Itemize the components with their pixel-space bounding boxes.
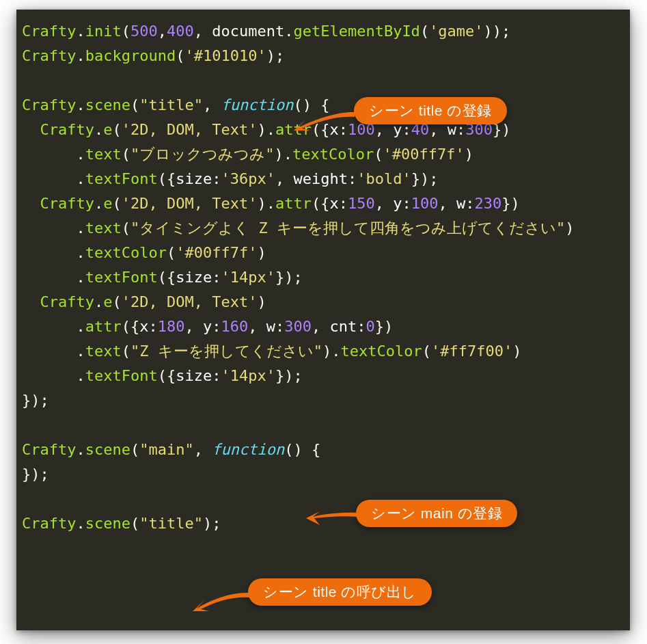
code-line: .attr({x:180, y:160, w:300, cnt:0}) — [22, 318, 393, 335]
code-line: .text("タイミングよく Z キーを押して四角をつみ上げてください") — [22, 219, 574, 237]
code-frame: Crafty.init(500,400, document.getElement… — [16, 10, 630, 630]
callout-label: シーン main の登録 — [371, 505, 502, 521]
callout-label: シーン title の呼び出し — [263, 584, 417, 600]
code-line: }); — [22, 392, 49, 409]
code-line: .text("Z キーを押してください").textColor('#ff7f00… — [22, 343, 521, 360]
arrow-icon — [189, 591, 253, 618]
code-line: Crafty.scene("title"); — [22, 515, 221, 532]
code-line: Crafty.init(500,400, document.getElement… — [22, 23, 510, 40]
callout-scene-title-invoke: シーン title の呼び出し — [248, 578, 432, 606]
callout-label: シーン title の登録 — [369, 103, 492, 118]
code-line: }); — [22, 466, 49, 483]
code-block: Crafty.init(500,400, document.getElement… — [16, 10, 630, 546]
code-line: .textFont({size:'14px'}); — [22, 367, 303, 384]
code-line: Crafty.e('2D, DOM, Text').attr({x:150, y… — [22, 195, 520, 212]
code-line: Crafty.scene("main", function() { — [22, 441, 320, 458]
code-line: .text("ブロックつみつみ").textColor('#00ff7f') — [22, 146, 473, 163]
arrow-icon — [303, 510, 361, 526]
code-line: Crafty.scene("title", function() { — [22, 96, 329, 113]
code-line: Crafty.background('#101010'); — [22, 47, 284, 64]
code-line: .textColor('#00ff7f') — [22, 244, 266, 261]
code-line: .textFont({size:'36px', weight:'bold'}); — [22, 170, 438, 187]
callout-scene-title-register: シーン title の登録 — [354, 97, 507, 124]
arrow-icon — [290, 110, 358, 137]
code-line: .textFont({size:'14px'}); — [22, 269, 303, 286]
callout-scene-main-register: シーン main の登録 — [356, 500, 517, 527]
code-line: Crafty.e('2D, DOM, Text') — [22, 293, 266, 310]
